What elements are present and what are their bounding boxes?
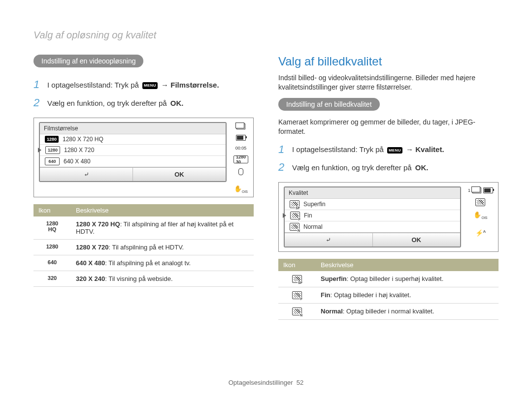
row-desc: 320 X 240: Til visning på webside. [71,271,254,287]
step2-text-pre: Vælg en funktion, og tryk derefter på [47,99,169,107]
row-desc: 1280 X 720 HQ: Til afspilning af filer a… [71,216,254,240]
table-row: 320320 X 240: Til visning på webside. [33,271,254,287]
ois-icon: ✋OIS [473,211,487,219]
quality-icon: N [290,223,299,231]
camera-screenshot-right: Kvalitet SF Superfin F Fin N [278,182,499,252]
row-icon: SF [278,271,316,287]
group-icon [472,187,481,193]
table-row: SFSuperfin: Optag billeder i superhøj kv… [278,271,499,287]
count: 1 [468,188,470,193]
step-2-right: 2 Vælg en funktion, og tryk derefter på … [278,160,499,175]
pointer-icon [38,148,41,153]
row-desc: Normal: Optag billeder i normal kvalitet… [316,304,499,320]
ois-icon: ✋OIS [234,185,248,193]
right-column: Valg af billedkvalitet Indstil billed- o… [278,55,499,320]
cam-title: Kvalitet [285,187,460,199]
menu-icon: MENU [142,82,158,89]
row-icon: 640 [33,255,71,271]
th-desc: Beskrivelse [71,204,254,216]
cam-row[interactable]: 1280 1280 X 720 [40,144,226,155]
cam-option-list: SF Superfin F Fin N Normal [285,199,460,232]
quality-icon: F [290,212,300,219]
battery-icon [236,134,246,141]
ok-text: OK. [170,99,184,107]
left-table: Ikon Beskrivelse 1280HQ1280 X 720 HQ: Ti… [33,204,254,287]
step-1-right: 1 I optagelsestilstand: Tryk på MENU → K… [278,142,499,157]
row-desc: Superfin: Optag billeder i superhøj kval… [316,271,499,287]
battery-icon [483,187,493,193]
res-icon: 1280 [45,136,59,143]
cam-row[interactable]: F Fin [285,210,460,221]
right-heading: Valg af billedkvalitet [278,55,499,68]
cam-row-label: 640 X 480 [64,158,91,165]
row-icon: 1280HQ [33,216,71,240]
camera-screenshot-left: Filmstørrelse 1280 1280 X 720 HQ 1280 12… [33,118,254,198]
step-number: 1 [278,142,287,157]
th-icon: Ikon [278,259,316,271]
cam-row[interactable]: 1280 1280 X 720 HQ [40,134,226,144]
res-icon: 1280 [45,146,60,154]
cam-row-label: Fin [304,212,312,219]
cam-row[interactable]: 640 640 X 480 [40,155,226,167]
cam-side-icons: 00:05 128030 ✋OIS [233,122,248,193]
cam-row-label: 1280 X 720 [64,147,94,154]
step-number: 1 [33,77,42,93]
mic-icon [238,168,243,175]
menu-icon: MENU [387,147,402,154]
right-intro: Indstil billed- og videokvalitetsindstil… [278,73,499,92]
quality-icon: SF [290,200,299,208]
step2-text-pre: Vælg en funktion, og tryk derefter på [292,163,414,172]
step1-text-post: → Kvalitet. [406,145,444,154]
page-subtitle: Valg af opløsning og kvalitet [33,30,499,41]
cam-row[interactable]: SF Superfin [285,199,460,210]
th-icon: Ikon [33,204,71,216]
footer-page: 52 [297,379,303,386]
res-icon: 640 [45,157,60,165]
pointer-icon [283,213,286,218]
cam-option-list: 1280 1280 X 720 HQ 1280 1280 X 720 640 6… [40,134,226,167]
cam-row-label: 1280 X 720 HQ [63,136,103,143]
step-2-left: 2 Vælg en funktion, og tryk derefter på … [33,95,254,111]
table-row: FFin: Optag billeder i høj kvalitet. [278,287,499,304]
ok-button[interactable]: OK [133,168,226,181]
cam-row-label: Normal [303,223,323,230]
back-button[interactable]: ⤶ [285,233,373,247]
left-section-pill: Indstilling af en videoopløsning [33,55,143,67]
flash-icon: ⚡A [475,229,486,237]
cam-row[interactable]: N Normal [285,221,460,232]
rec-time: 00:05 [235,146,247,151]
left-column: Indstilling af en videoopløsning 1 I opt… [33,55,254,320]
ok-text: OK. [415,163,429,172]
table-row: 1280HQ1280 X 720 HQ: Til afspilning af f… [33,216,254,240]
step-number: 2 [278,160,287,175]
right-para: Kameraet komprimerer og gemmer de billed… [278,118,499,136]
right-table: Ikon Beskrivelse SFSuperfin: Optag bille… [278,259,499,320]
step-number: 2 [33,95,42,111]
cam-title: Filmstørrelse [40,123,226,134]
th-desc: Beskrivelse [316,259,499,271]
right-section-pill: Indstilling af en billedkvalitet [278,98,380,111]
step1-text-pre: I optagelsestilstand: Tryk på [292,145,386,154]
row-icon: N [278,304,316,320]
footer-label: Optagelsesindstillinger [229,379,293,386]
row-icon: F [278,287,316,304]
table-row: 640640 X 480: Til afspilning på et analo… [33,255,254,271]
step-1-left: 1 I optagelsestilstand: Tryk på MENU → F… [33,77,254,93]
row-desc: 1280 X 720: Til afspilning på et HDTV. [71,240,254,255]
step1-text-post: → Filmstørrelse. [161,81,219,89]
table-row: 12801280 X 720: Til afspilning på et HDT… [33,240,254,255]
row-icon: 1280 [33,240,71,255]
quality-status-icon [475,198,485,206]
back-button[interactable]: ⤶ [40,168,133,181]
row-desc: 640 X 480: Til afspilning på et analogt … [71,255,254,271]
step1-text-pre: I optagelsestilstand: Tryk på [47,81,141,89]
page-footer: Optagelsesindstillinger 52 [0,379,532,386]
group-icon [236,123,245,129]
cam-side-icons: 1 ✋OIS ⚡A [468,186,493,237]
fps-icon: 128030 [233,155,248,163]
table-row: NNormal: Optag billeder i normal kvalite… [278,304,499,320]
cam-row-label: Superfin [303,201,326,208]
row-desc: Fin: Optag billeder i høj kvalitet. [316,287,499,304]
ok-button[interactable]: OK [373,233,461,247]
row-icon: 320 [33,271,71,287]
